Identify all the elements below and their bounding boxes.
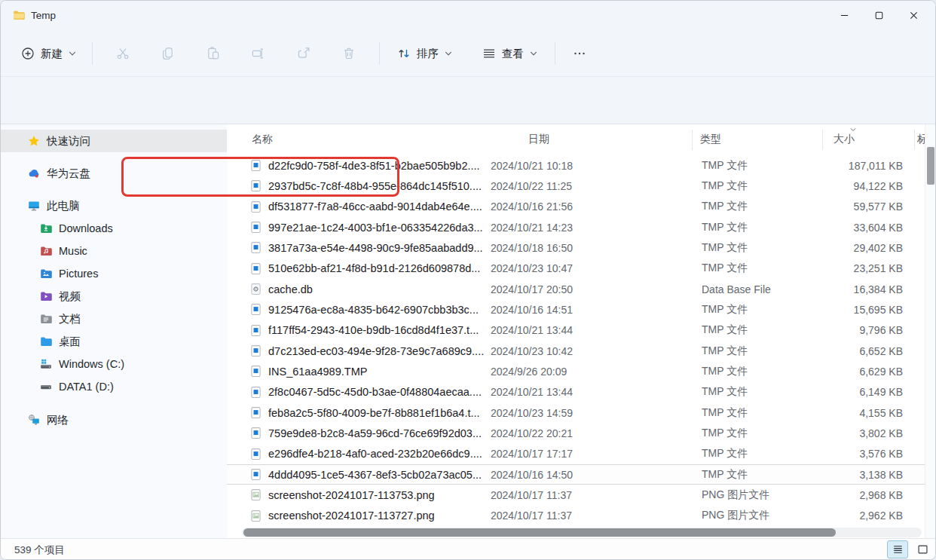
column-divider[interactable]: [692, 130, 693, 150]
tmp-file-icon: [249, 448, 262, 461]
column-header-type[interactable]: 类型: [700, 133, 721, 146]
tmp-file-icon: [249, 386, 262, 399]
file-size: 3,138 KB: [826, 469, 903, 481]
file-row[interactable]: screenshot-20241017-113727.png2024/10/17…: [227, 506, 925, 526]
view-icon: [482, 46, 497, 61]
file-row[interactable]: f117ff54-2943-410e-b9db-16cd8d4f1e37.t..…: [227, 320, 925, 341]
delete-button[interactable]: [326, 38, 372, 69]
window-controls: [827, 1, 931, 29]
file-row[interactable]: INS_61aa4989.TMP2024/9/26 20:09TMP 文件6,6…: [227, 361, 925, 381]
rename-button[interactable]: [236, 38, 281, 69]
folder-music-icon: [40, 245, 52, 257]
titlebar: Temp: [1, 1, 935, 29]
column-header-name[interactable]: 名称: [252, 133, 273, 146]
sidebar-item-label: DATA1 (D:): [59, 381, 114, 393]
file-date: 2024/10/17 20:50: [491, 283, 702, 295]
file-type: TMP 文件: [702, 385, 826, 399]
sidebar-item-music[interactable]: Music: [1, 240, 227, 262]
sidebar-item-windows-c[interactable]: Windows (C:): [1, 353, 227, 375]
details-view-button[interactable]: [887, 540, 908, 558]
tmp-file-icon: [249, 468, 262, 481]
file-row[interactable]: 997e21ae-1c24-4003-bf1e-063354226da3...2…: [227, 217, 925, 237]
this-pc-icon: [28, 200, 40, 212]
file-row[interactable]: feb8a2c5-5f80-4009-be7f-8b881ef1b6a4.t..…: [227, 402, 925, 423]
view-button[interactable]: 查看: [473, 40, 547, 67]
file-row[interactable]: 3817a73a-e54e-4498-90c9-9fe85aabadd9...2…: [227, 237, 925, 258]
new-icon: [20, 46, 35, 61]
chevron-down-icon: [444, 49, 453, 58]
column-divider[interactable]: [822, 130, 823, 150]
file-name: f117ff54-2943-410e-b9db-16cd8d4f1e37.t..…: [268, 324, 491, 336]
folder-icon: [13, 9, 25, 21]
file-row[interactable]: screenshot-20241017-113753.png2024/10/17…: [227, 485, 925, 505]
file-size: 6,652 KB: [826, 345, 903, 357]
sidebar-item-huawei-cloud[interactable]: 华为云盘: [1, 162, 227, 185]
file-row[interactable]: 2937bd5c-7c8f-48b4-955e-864dc145f510....…: [227, 176, 925, 196]
file-row[interactable]: 9125476a-ec8a-4835-b642-6907cbb3b3c...20…: [227, 299, 925, 320]
sidebar-item-pictures[interactable]: Pictures: [1, 262, 227, 285]
sidebar-item-desktop[interactable]: 桌面: [1, 330, 227, 353]
png-file-icon: [249, 510, 262, 522]
vertical-scrollbar[interactable]: [925, 124, 936, 538]
large-icons-view-button[interactable]: [913, 541, 931, 558]
column-header-date[interactable]: 日期: [528, 133, 549, 146]
sidebar-item-label: 此电脑: [47, 199, 80, 213]
share-button[interactable]: [281, 38, 326, 69]
vertical-scrollbar-thumb[interactable]: [927, 147, 934, 185]
sidebar-item-downloads[interactable]: Downloads: [1, 217, 227, 240]
sort-button[interactable]: 排序: [387, 40, 462, 67]
new-button-label: 新建: [41, 47, 63, 61]
sidebar-item-videos[interactable]: 视频: [1, 285, 227, 308]
sidebar-item-label: 网络: [47, 413, 69, 427]
sidebar-item-documents[interactable]: 文档: [1, 308, 227, 330]
file-row[interactable]: cache.db2024/10/17 20:50Data Base File16…: [227, 279, 925, 299]
file-row[interactable]: e296dfe4-b218-4af0-aced-232b20e66dc9....…: [227, 444, 925, 464]
item-count-label: 539 个项目: [14, 543, 65, 557]
tmp-file-icon: [249, 262, 262, 275]
toolbar: 新建 排序 查看: [1, 31, 935, 76]
sidebar-item-label: Downloads: [59, 222, 113, 234]
more-options-button[interactable]: [563, 38, 596, 69]
folder-downloads-icon: [40, 222, 52, 234]
file-row[interactable]: 4ddd4095-1ce5-4367-8ef3-5cb02a73ac05...2…: [227, 464, 925, 485]
file-date: 2024/10/21 13:44: [491, 386, 702, 398]
file-row[interactable]: d7c213ed-ec03-494e-9f28-73e9c7a689c9....…: [227, 341, 925, 361]
minimize-icon: [840, 11, 849, 20]
sidebar-item-this-pc[interactable]: 此电脑: [1, 194, 227, 217]
maximize-button[interactable]: [861, 1, 896, 29]
file-date: 2024/10/17 11:37: [491, 510, 702, 522]
folder-desktop-icon: [40, 335, 52, 347]
file-row[interactable]: 2f8c0467-5d5c-45d0-b3ae-0f48804aecaa....…: [227, 382, 925, 402]
view-button-label: 查看: [502, 47, 524, 61]
sidebar-item-network[interactable]: 网络: [1, 409, 227, 431]
file-row[interactable]: df531877-f7a8-46cc-aabd-9014dab4e64e....…: [227, 197, 925, 217]
file-type: TMP 文件: [702, 200, 826, 213]
sidebar-item-data1-d[interactable]: DATA1 (D:): [1, 375, 227, 398]
minimize-button[interactable]: [827, 1, 861, 29]
column-header-size[interactable]: 大小: [834, 133, 855, 146]
file-size: 6,629 KB: [826, 366, 903, 378]
copy-button[interactable]: [145, 38, 191, 69]
file-date: 2024/10/23 10:47: [491, 262, 702, 274]
huawei-cloud-icon: [28, 167, 40, 179]
file-size: 94,122 KB: [826, 180, 903, 192]
horizontal-scrollbar[interactable]: [242, 528, 922, 537]
file-date: 2024/10/21 10:18: [491, 160, 702, 172]
ellipsis-icon: [572, 46, 587, 61]
file-row[interactable]: d22fc9d0-758f-4de3-8f51-b2bae505b9b2....…: [227, 155, 925, 176]
file-row[interactable]: 759e9de8-b2c8-4a59-96cd-76ce69f92d03...2…: [227, 423, 925, 443]
file-row[interactable]: 510e62bb-af21-4f8d-b91d-2126d609878d...2…: [227, 259, 925, 279]
column-divider[interactable]: [914, 130, 915, 150]
close-button[interactable]: [896, 1, 931, 29]
star-icon: [28, 135, 40, 147]
folder-pictures-icon: [40, 268, 52, 280]
file-date: 2024/10/23 14:59: [491, 407, 702, 419]
file-date: 2024/10/23 10:42: [491, 345, 702, 357]
sidebar-item-quick-access[interactable]: 快速访问: [1, 130, 227, 152]
file-name: 4ddd4095-1ce5-4367-8ef3-5cb02a73ac05...: [268, 469, 491, 481]
file-name: screenshot-20241017-113753.png: [268, 489, 491, 501]
horizontal-scrollbar-thumb[interactable]: [243, 528, 836, 537]
new-button[interactable]: 新建: [13, 40, 84, 67]
cut-button[interactable]: [100, 38, 145, 69]
paste-button[interactable]: [191, 38, 236, 69]
